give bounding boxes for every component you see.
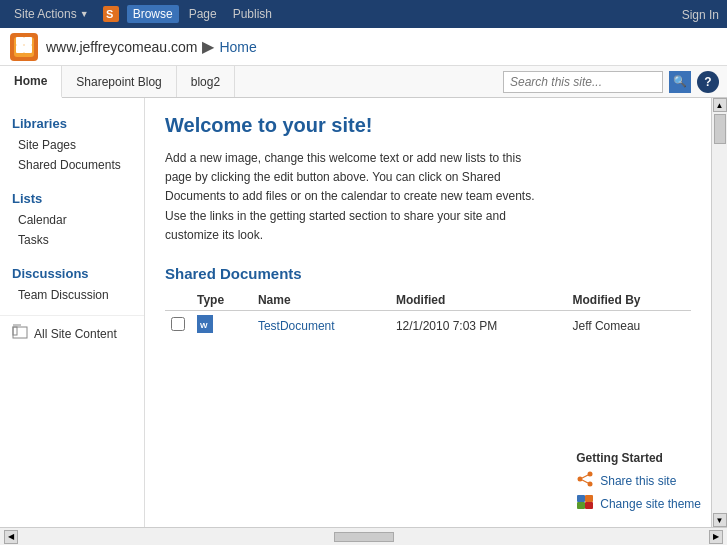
sidebar-libraries-title[interactable]: Libraries <box>0 108 144 135</box>
content-row: Libraries Site Pages Shared Documents Li… <box>0 98 727 527</box>
sidebar-tasks[interactable]: Tasks <box>0 230 144 250</box>
scroll-thumb-horizontal[interactable] <box>334 532 394 542</box>
search-input[interactable] <box>503 71 663 93</box>
sidebar: Libraries Site Pages Shared Documents Li… <box>0 98 145 527</box>
svg-rect-3 <box>24 37 32 45</box>
content-area: Welcome to your site! Add a new image, c… <box>145 98 711 527</box>
sidebar-lists-title[interactable]: Lists <box>0 183 144 210</box>
gs-theme-item[interactable]: Change site theme <box>576 494 701 513</box>
top-navigation-bar: Site Actions ▼ S Browse Page Publish Sig… <box>0 0 727 28</box>
svg-rect-2 <box>16 37 24 45</box>
row-name-cell[interactable]: TestDocument <box>252 310 390 341</box>
sidebar-calendar[interactable]: Calendar <box>0 210 144 230</box>
site-url[interactable]: www.jeffreycomeau.com <box>46 39 197 55</box>
svg-text:S: S <box>106 8 113 20</box>
scroll-right-arrow[interactable]: ▶ <box>709 530 723 544</box>
table-header-row: Type Name Modified Modified By <box>165 290 691 311</box>
svg-line-16 <box>582 480 588 483</box>
getting-started-title: Getting Started <box>576 451 701 465</box>
shared-docs-title[interactable]: Shared Documents <box>165 265 691 282</box>
svg-rect-5 <box>24 45 32 53</box>
svg-rect-4 <box>16 45 24 53</box>
scroll-thumb[interactable] <box>714 114 726 144</box>
col-type: Type <box>191 290 252 311</box>
row-checkbox[interactable] <box>171 317 185 331</box>
breadcrumb: www.jeffreycomeau.com ▶ Home <box>46 37 257 56</box>
sidebar-shared-documents[interactable]: Shared Documents <box>0 155 144 175</box>
sidebar-discussions-title[interactable]: Discussions <box>0 258 144 285</box>
svg-point-12 <box>588 472 593 477</box>
top-nav-left: Site Actions ▼ S Browse Page Publish <box>8 5 278 23</box>
col-modified-by: Modified By <box>566 290 691 311</box>
sidebar-team-discussion[interactable]: Team Discussion <box>0 285 144 305</box>
row-type-cell: W <box>191 310 252 341</box>
breadcrumb-bar: www.jeffreycomeau.com ▶ Home <box>0 28 727 66</box>
scroll-left-arrow[interactable]: ◀ <box>4 530 18 544</box>
welcome-text: Add a new image, change this welcome tex… <box>165 149 545 245</box>
all-site-content-label: All Site Content <box>34 327 117 341</box>
sidebar-divider-1 <box>0 175 144 183</box>
col-modified: Modified <box>390 290 567 311</box>
row-modified-by-cell: Jeff Comeau <box>566 310 691 341</box>
row-checkbox-cell[interactable] <box>165 310 191 341</box>
doc-type-icon: W <box>197 315 213 333</box>
gs-share-link[interactable]: Share this site <box>600 474 676 488</box>
doc-name-link[interactable]: TestDocument <box>258 319 335 333</box>
table-row: W TestDocument 12/1/2010 7:03 PM Jeff Co… <box>165 310 691 341</box>
scroll-down-arrow[interactable]: ▼ <box>713 513 727 527</box>
documents-table: Type Name Modified Modified By <box>165 290 691 341</box>
svg-rect-20 <box>585 502 593 509</box>
bottom-scrollbar[interactable]: ◀ ▶ <box>0 527 727 545</box>
svg-text:W: W <box>200 320 208 329</box>
svg-rect-6 <box>13 327 27 338</box>
col-checkbox <box>165 290 191 311</box>
breadcrumb-home[interactable]: Home <box>219 39 256 55</box>
help-button[interactable]: ? <box>697 71 719 93</box>
row-modified-cell: 12/1/2010 7:03 PM <box>390 310 567 341</box>
svg-rect-18 <box>585 495 593 502</box>
browse-label: Browse <box>133 7 173 21</box>
site-actions-arrow: ▼ <box>80 9 89 19</box>
gs-theme-link[interactable]: Change site theme <box>600 497 701 511</box>
search-button[interactable]: 🔍 <box>669 71 691 93</box>
col-name: Name <box>252 290 390 311</box>
site-actions-menu[interactable]: Site Actions ▼ <box>8 5 95 23</box>
tab-sharepoint-blog[interactable]: Sharepoint Blog <box>62 66 176 97</box>
sign-in-link[interactable]: Sign In <box>682 8 719 22</box>
site-logo <box>10 33 38 61</box>
site-actions-label: Site Actions <box>14 7 77 21</box>
gs-share-item[interactable]: Share this site <box>576 471 701 490</box>
welcome-title: Welcome to your site! <box>165 114 691 137</box>
publish-tab[interactable]: Publish <box>227 5 278 23</box>
tab-home[interactable]: Home <box>0 66 62 98</box>
right-scrollbar[interactable]: ▲ ▼ <box>711 98 727 527</box>
scroll-up-arrow[interactable]: ▲ <box>713 98 727 112</box>
sign-in-area[interactable]: Sign In <box>682 7 719 22</box>
search-icon: 🔍 <box>673 75 687 88</box>
search-area: 🔍 ? <box>495 66 727 97</box>
page-tab[interactable]: Page <box>183 5 223 23</box>
tab-blog2[interactable]: blog2 <box>177 66 235 97</box>
publish-label: Publish <box>233 7 272 21</box>
sidebar-site-pages[interactable]: Site Pages <box>0 135 144 155</box>
page-label: Page <box>189 7 217 21</box>
sidebar-all-site-content[interactable]: All Site Content <box>0 315 144 351</box>
sharepoint-icon: S <box>103 6 119 22</box>
svg-rect-19 <box>577 502 585 509</box>
svg-rect-17 <box>577 495 585 502</box>
help-icon: ? <box>704 75 711 89</box>
svg-line-15 <box>582 475 588 478</box>
scroll-track-horizontal[interactable] <box>20 532 707 542</box>
svg-point-14 <box>588 482 593 487</box>
svg-rect-7 <box>13 327 17 335</box>
all-site-content-icon <box>12 324 28 343</box>
gs-share-icon <box>576 471 594 490</box>
tab-bar: Home Sharepoint Blog blog2 🔍 ? <box>0 66 727 98</box>
gs-theme-icon <box>576 494 594 513</box>
main-wrapper: Libraries Site Pages Shared Documents Li… <box>0 98 727 545</box>
logo-icon <box>15 36 33 57</box>
browse-tab[interactable]: Browse <box>127 5 179 23</box>
breadcrumb-separator: ▶ <box>202 37 214 56</box>
sidebar-divider-2 <box>0 250 144 258</box>
svg-point-13 <box>578 477 583 482</box>
